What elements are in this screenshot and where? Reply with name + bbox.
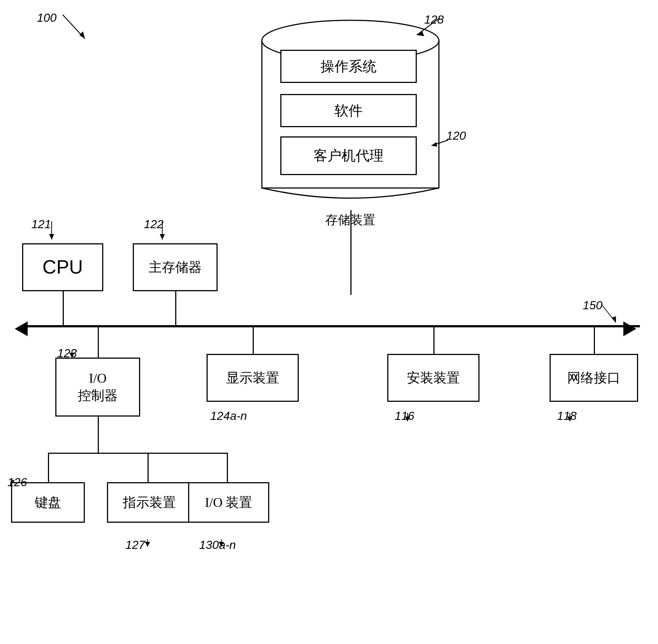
- ref-127: 127: [125, 538, 145, 552]
- client-agent-box: 客户机代理: [280, 136, 417, 175]
- ref-124an: 124a-n: [210, 409, 247, 423]
- svg-marker-19: [567, 417, 572, 421]
- svg-marker-7: [432, 142, 437, 147]
- io-stem-vline: [98, 417, 99, 453]
- io-device-box: I/O 装置: [188, 482, 269, 523]
- install-box: 安装装置: [387, 354, 479, 402]
- main-memory-vline: [175, 291, 176, 325]
- os-box: 操作系统: [280, 50, 417, 83]
- display-vline: [253, 327, 254, 354]
- io-device-hline: [98, 453, 227, 454]
- keyboard-vline: [48, 453, 49, 482]
- svg-marker-21: [11, 480, 15, 483]
- svg-line-4: [417, 18, 439, 35]
- svg-marker-23: [145, 542, 150, 547]
- main-memory-box: 主存储器: [133, 243, 218, 291]
- display-box: 显示装置: [207, 354, 299, 402]
- diagram: 100 操作系统 软件 客户机代理 存储装置 128: [0, 0, 658, 644]
- svg-marker-9: [49, 234, 54, 240]
- network-box: 网络接口: [550, 354, 638, 402]
- install-vline: [433, 327, 434, 354]
- cpu-vline: [63, 291, 64, 325]
- bus-line: [20, 325, 640, 327]
- keyboard-hline: [48, 453, 98, 454]
- io-vline: [98, 327, 99, 358]
- svg-marker-13: [612, 316, 616, 323]
- bus-arrow-left: [15, 321, 28, 336]
- svg-marker-25: [219, 542, 224, 547]
- svg-marker-15: [69, 353, 75, 358]
- io-controller-box: I/O 控制器: [55, 358, 140, 417]
- io-device-vline: [227, 453, 228, 482]
- storage-cylinder: 操作系统 软件 客户机代理 存储装置: [258, 18, 443, 210]
- svg-marker-11: [160, 234, 165, 240]
- pointing-box: 指示装置: [107, 482, 192, 523]
- svg-marker-1: [79, 31, 85, 39]
- storage-vline: [350, 210, 351, 295]
- software-box: 软件: [280, 94, 417, 127]
- network-vline: [594, 327, 595, 354]
- svg-marker-17: [405, 417, 410, 421]
- pointing-vline: [148, 453, 149, 482]
- cpu-box: CPU: [22, 243, 103, 291]
